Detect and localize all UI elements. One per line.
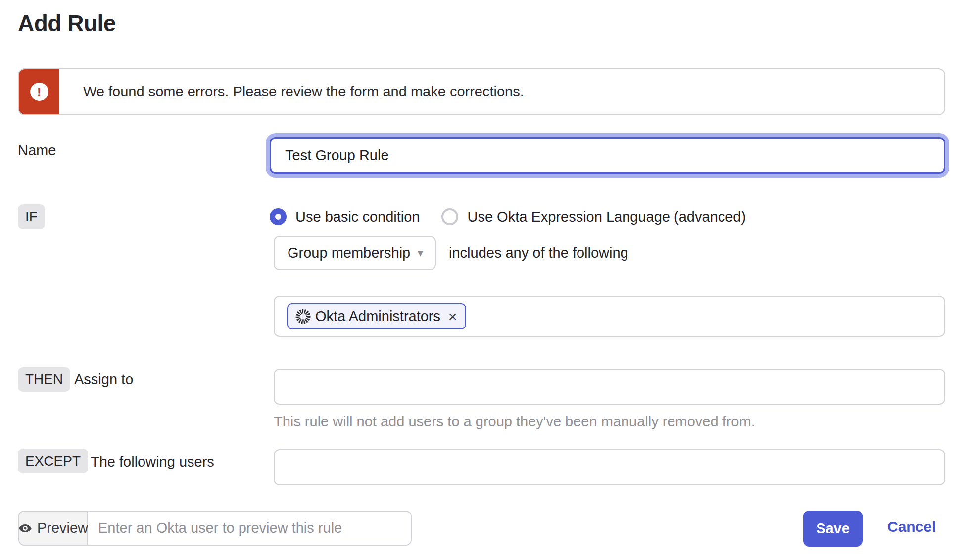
except-users-label: The following users	[91, 454, 214, 470]
preview-user-input[interactable]	[88, 512, 411, 545]
radio-basic-condition-label: Use basic condition	[295, 209, 420, 225]
if-badge: IF	[18, 204, 45, 229]
group-chip: Okta Administrators ×	[287, 303, 466, 329]
attribute-select-value: Group membership	[288, 245, 412, 261]
name-input[interactable]	[270, 137, 945, 174]
radio-selected-icon[interactable]	[270, 208, 287, 225]
page-title: Add Rule	[18, 10, 116, 37]
condition-radio-group: Use basic condition Use Okta Expression …	[270, 208, 746, 226]
assign-to-helper-text: This rule will not add users to a group …	[274, 414, 755, 430]
radio-expression-language[interactable]: Use Okta Expression Language (advanced)	[441, 208, 746, 225]
error-banner-message: We found some errors. Please review the …	[59, 69, 524, 114]
preview-button[interactable]: Preview	[19, 512, 88, 545]
save-button[interactable]: Save	[803, 511, 863, 547]
attribute-select[interactable]: Group membership ▾	[274, 236, 436, 270]
condition-operator-text: includes any of the following	[449, 245, 628, 261]
chip-remove-icon[interactable]: ×	[448, 309, 457, 324]
except-users-input[interactable]	[274, 449, 945, 485]
okta-group-icon	[294, 307, 312, 326]
condition-builder-row: Group membership ▾ includes any of the f…	[274, 236, 628, 270]
preview-button-label: Preview	[37, 520, 88, 536]
assign-to-label: Assign to	[74, 372, 133, 388]
error-banner-accent: !	[19, 69, 59, 114]
radio-expression-language-label: Use Okta Expression Language (advanced)	[467, 209, 746, 225]
name-label: Name	[18, 142, 56, 159]
eye-icon	[18, 521, 32, 535]
group-membership-input[interactable]: Okta Administrators ×	[274, 296, 945, 337]
add-rule-dialog: Add Rule ! We found some errors. Please …	[0, 0, 963, 560]
radio-unselected-icon[interactable]	[441, 208, 458, 225]
error-banner: ! We found some errors. Please review th…	[18, 68, 945, 115]
cancel-link[interactable]: Cancel	[887, 518, 936, 535]
assign-to-input[interactable]	[274, 369, 945, 405]
then-badge: THEN	[18, 367, 70, 392]
error-exclamation-icon: !	[30, 83, 48, 101]
chevron-down-icon: ▾	[418, 247, 423, 260]
preview-control: Preview	[18, 511, 412, 546]
radio-basic-condition[interactable]: Use basic condition	[270, 208, 420, 225]
except-badge: EXCEPT	[18, 449, 88, 473]
group-chip-label: Okta Administrators	[315, 308, 440, 325]
